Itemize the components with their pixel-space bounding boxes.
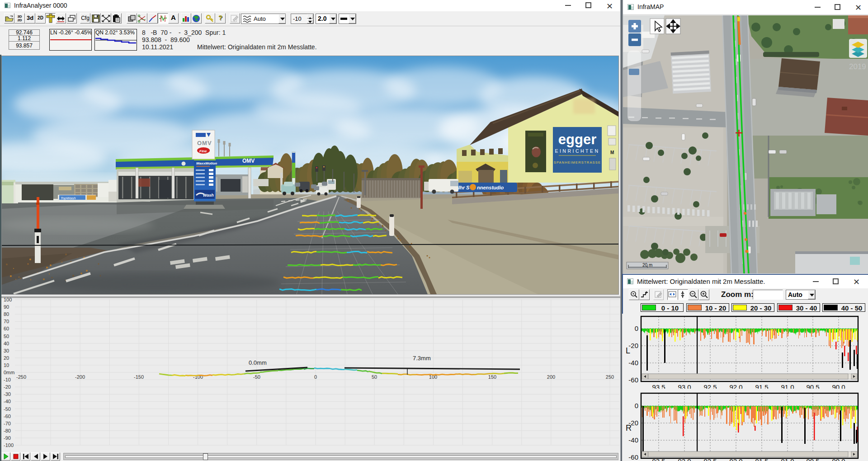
svg-text:-30: -30 (4, 391, 11, 397)
svg-text:-40: -40 (4, 399, 11, 404)
svg-text:-90: -90 (4, 435, 11, 441)
svg-text:OMV: OMV (242, 158, 255, 164)
svg-text:80: 80 (4, 311, 9, 317)
svg-text:-50: -50 (4, 406, 11, 412)
svg-text:93.5: 93.5 (652, 457, 665, 461)
svg-text:-40: -40 (628, 359, 638, 367)
svg-text:SPANHEIMERSTRASSE: SPANHEIMERSTRASSE (554, 160, 601, 165)
svg-text:-150: -150 (134, 374, 144, 380)
svg-text:90: 90 (4, 304, 9, 310)
svg-text:-40: -40 (628, 436, 638, 444)
svg-text:50: 50 (4, 334, 9, 339)
svg-text:R: R (626, 423, 632, 433)
svg-text:200: 200 (547, 374, 555, 380)
svg-text:50: 50 (372, 374, 377, 380)
svg-text:0: 0 (635, 325, 638, 332)
svg-text:0: 0 (314, 374, 317, 380)
svg-text:-10: -10 (4, 377, 11, 382)
svg-text:91.0: 91.0 (781, 457, 794, 461)
svg-text:20: 20 (4, 355, 9, 361)
svg-text:91.5: 91.5 (755, 457, 768, 461)
svg-text:L: L (626, 346, 630, 355)
svg-text:-80: -80 (4, 428, 11, 433)
svg-text:-20: -20 (4, 384, 11, 390)
svg-text:0mm: 0mm (4, 370, 14, 375)
svg-text:0: 0 (635, 402, 638, 409)
svg-text:70: 70 (4, 319, 9, 324)
svg-text:92.5: 92.5 (703, 457, 717, 461)
svg-text:92.0: 92.0 (729, 457, 742, 461)
svg-text:7.3mm: 7.3mm (413, 355, 431, 362)
svg-text:M: M (610, 150, 614, 155)
svg-text:-250: -250 (16, 374, 26, 380)
svg-text:-70: -70 (4, 421, 11, 426)
svg-text:-200: -200 (75, 374, 85, 380)
svg-text:TopWash: TopWash (61, 196, 76, 200)
svg-text:90.0: 90.0 (832, 457, 845, 461)
svg-text:EINRICHTEN: EINRICHTEN (555, 148, 599, 154)
svg-text:-50: -50 (253, 374, 260, 380)
svg-text:90.5: 90.5 (806, 457, 819, 461)
svg-text:egger: egger (558, 132, 596, 147)
svg-text:nnenstudio: nnenstudio (477, 185, 504, 190)
svg-text:-60: -60 (628, 453, 638, 461)
svg-text:150: 150 (488, 374, 496, 380)
svg-text:0.0mm: 0.0mm (249, 359, 267, 366)
svg-text:20 m: 20 m (642, 263, 652, 268)
svg-text:Fine: Fine (199, 149, 207, 153)
svg-text:OMV: OMV (197, 140, 212, 146)
svg-text:93.0: 93.0 (678, 457, 691, 461)
svg-text:Ihr S: Ihr S (458, 185, 470, 190)
svg-text:-60: -60 (628, 376, 638, 384)
svg-text:MaxxMotion: MaxxMotion (196, 161, 217, 165)
svg-text:10: 10 (4, 362, 9, 368)
svg-text:30: 30 (4, 348, 9, 353)
svg-text:250: 250 (606, 374, 614, 380)
svg-text:Wash: Wash (203, 193, 214, 198)
svg-text:2019: 2019 (849, 62, 866, 71)
svg-text:40: 40 (4, 341, 9, 346)
svg-text:60: 60 (4, 326, 9, 331)
svg-text:-60: -60 (4, 414, 11, 419)
svg-text:100: 100 (4, 297, 12, 302)
svg-text:-100: -100 (4, 442, 14, 448)
